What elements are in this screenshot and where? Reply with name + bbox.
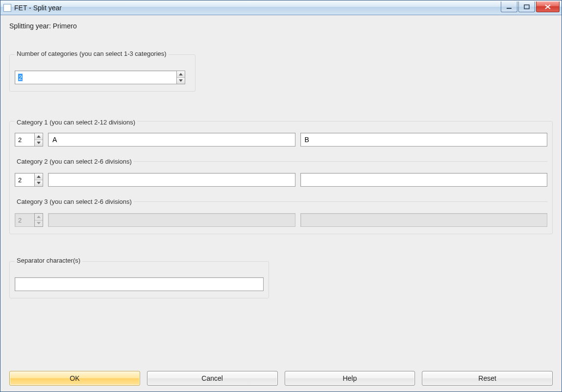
separator-label: Separator character(s) bbox=[15, 257, 82, 264]
chevron-up-icon bbox=[37, 135, 41, 138]
chevron-down-icon bbox=[37, 182, 41, 184]
page-heading: Splitting year: Primero bbox=[9, 22, 553, 30]
chevron-down-icon bbox=[37, 142, 41, 144]
separator-input[interactable] bbox=[15, 277, 264, 291]
category-3-label: Category 3 (you can select 2-6 divisions… bbox=[15, 198, 134, 205]
category-2-count-input[interactable] bbox=[15, 173, 34, 187]
window-buttons bbox=[500, 1, 560, 12]
category-1-division-1-input[interactable] bbox=[48, 133, 295, 147]
close-icon bbox=[544, 4, 551, 9]
chevron-down-icon bbox=[179, 79, 183, 82]
help-button[interactable]: Help bbox=[285, 371, 415, 386]
spin-down-button[interactable] bbox=[35, 140, 43, 147]
category-3-count-spinbox bbox=[15, 213, 43, 227]
chevron-up-icon bbox=[37, 216, 41, 218]
chevron-up-icon bbox=[179, 73, 183, 75]
category-1-count-input[interactable] bbox=[15, 133, 34, 147]
category-2-label: Category 2 (you can select 2-6 divisions… bbox=[15, 158, 134, 165]
reset-button[interactable]: Reset bbox=[422, 371, 553, 386]
ok-button[interactable]: OK bbox=[9, 371, 140, 386]
categories-group: Category 1 (you can select 2-12 division… bbox=[9, 121, 553, 234]
spin-down-button bbox=[35, 220, 43, 227]
chevron-up-icon bbox=[37, 175, 41, 178]
maximize-icon bbox=[524, 4, 530, 9]
window-frame: FET - Split year Splitting year: Primero… bbox=[0, 0, 562, 392]
spin-down-button[interactable] bbox=[35, 180, 43, 187]
category-1-division-2-input[interactable] bbox=[300, 133, 548, 147]
svg-rect-0 bbox=[507, 8, 512, 9]
category-1-count-spinbox[interactable] bbox=[15, 133, 43, 147]
close-button[interactable] bbox=[536, 1, 560, 12]
spin-up-button[interactable] bbox=[35, 173, 43, 180]
category-3-count-input bbox=[15, 213, 34, 227]
category-3-row: Category 3 (you can select 2-6 divisions… bbox=[15, 201, 547, 227]
category-2-count-spinbox[interactable] bbox=[15, 173, 43, 187]
category-3-division-2-input bbox=[300, 213, 548, 227]
category-2-row: Category 2 (you can select 2-6 divisions… bbox=[15, 161, 547, 187]
window-title: FET - Split year bbox=[14, 4, 500, 12]
num-categories-spinbox[interactable]: 2 bbox=[15, 71, 185, 84]
spin-up-button[interactable] bbox=[35, 133, 43, 140]
category-2-division-1-input[interactable] bbox=[48, 173, 295, 187]
num-categories-group: Number of categories (you can select 1-3… bbox=[9, 54, 195, 92]
num-categories-input[interactable] bbox=[15, 71, 176, 84]
spin-down-button[interactable] bbox=[177, 78, 185, 84]
spin-buttons bbox=[176, 71, 185, 84]
separator-group: Separator character(s) bbox=[9, 261, 269, 298]
chevron-down-icon bbox=[37, 222, 41, 224]
category-1-row: Category 1 (you can select 2-12 division… bbox=[15, 122, 547, 147]
category-3-division-1-input bbox=[48, 213, 295, 227]
button-bar: OK Cancel Help Reset bbox=[9, 361, 553, 386]
titlebar[interactable]: FET - Split year bbox=[0, 0, 562, 15]
maximize-button[interactable] bbox=[518, 1, 535, 12]
client-area: Splitting year: Primero Number of catego… bbox=[0, 15, 562, 392]
minimize-button[interactable] bbox=[501, 1, 517, 12]
cancel-button[interactable]: Cancel bbox=[147, 371, 278, 386]
spin-up-button bbox=[35, 214, 43, 220]
minimize-icon bbox=[506, 4, 512, 9]
spin-up-button[interactable] bbox=[177, 71, 185, 78]
app-icon bbox=[3, 4, 11, 12]
svg-rect-1 bbox=[524, 5, 529, 9]
num-categories-label: Number of categories (you can select 1-3… bbox=[15, 50, 169, 57]
category-1-label: Category 1 (you can select 2-12 division… bbox=[15, 119, 137, 126]
category-2-division-2-input[interactable] bbox=[300, 173, 548, 187]
